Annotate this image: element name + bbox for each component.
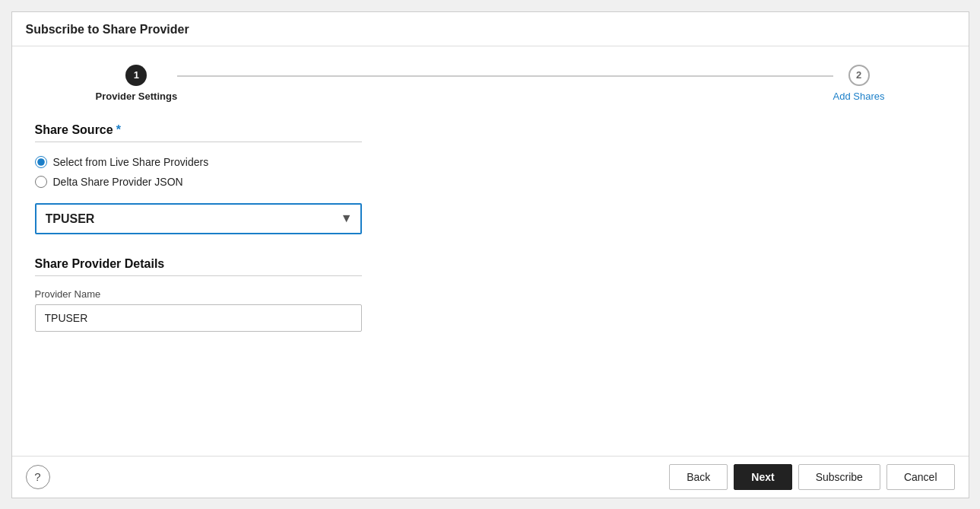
help-icon: ? [34, 470, 40, 483]
provider-name-label: Provider Name [35, 288, 946, 300]
share-source-title: Share Source [35, 123, 113, 137]
footer-right: Back Next Subscribe Cancel [669, 464, 954, 490]
subscribe-dialog: Subscribe to Share Provider 1 Provider S… [11, 11, 969, 498]
cancel-button[interactable]: Cancel [886, 464, 955, 490]
subscribe-button[interactable]: Subscribe [798, 464, 880, 490]
step-1-circle: 1 [125, 65, 147, 86]
next-button[interactable]: Next [734, 464, 791, 490]
footer-left: ? [26, 465, 50, 489]
share-source-header: Share Source * [35, 123, 362, 142]
step-2: 2 Add Shares [833, 65, 885, 102]
provider-name-field-wrapper: Provider Name [35, 288, 946, 332]
share-source-radio-group: Select from Live Share Providers Delta S… [35, 156, 946, 188]
radio-live-share-input[interactable] [35, 156, 47, 168]
share-provider-details-header: Share Provider Details [35, 257, 362, 276]
radio-delta-share-input[interactable] [35, 176, 47, 188]
radio-live-share[interactable]: Select from Live Share Providers [35, 156, 946, 168]
dialog-body: 1 Provider Settings 2 Add Shares Share S… [12, 46, 969, 456]
provider-dropdown-wrapper: TPUSER ▼ [35, 203, 362, 234]
dialog-title: Subscribe to Share Provider [12, 12, 969, 46]
step-2-label[interactable]: Add Shares [833, 91, 885, 102]
radio-delta-share[interactable]: Delta Share Provider JSON [35, 176, 946, 188]
step-connector [177, 75, 833, 77]
back-button[interactable]: Back [669, 464, 728, 490]
help-button[interactable]: ? [26, 465, 50, 489]
stepper: 1 Provider Settings 2 Add Shares [35, 65, 946, 102]
step-1-label: Provider Settings [96, 91, 178, 102]
radio-delta-share-label: Delta Share Provider JSON [53, 176, 183, 188]
required-marker: * [116, 123, 121, 137]
step-2-circle: 2 [848, 65, 870, 86]
provider-dropdown[interactable]: TPUSER [35, 203, 362, 234]
share-provider-details-title: Share Provider Details [35, 257, 165, 271]
provider-name-input[interactable] [35, 304, 362, 332]
radio-live-share-label: Select from Live Share Providers [53, 156, 209, 168]
step-1: 1 Provider Settings [96, 65, 178, 102]
dialog-footer: ? Back Next Subscribe Cancel [12, 456, 969, 498]
share-provider-details: Share Provider Details Provider Name [35, 257, 946, 332]
